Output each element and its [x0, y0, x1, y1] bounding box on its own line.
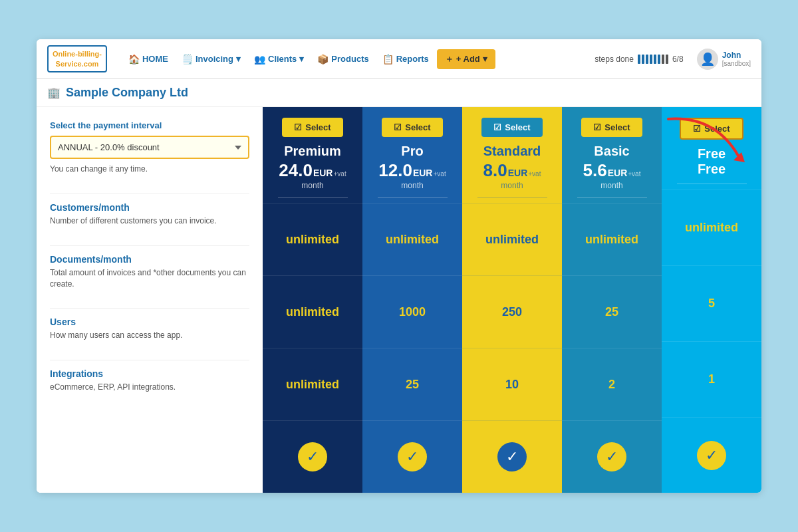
plan-standard-currency: EUR: [508, 168, 528, 178]
plan-pro-currency: EUR: [413, 168, 433, 178]
plan-premium-customers-value: unlimited: [286, 233, 339, 247]
plan-standard-documents-value: 250: [502, 305, 522, 319]
plan-basic-period: month: [600, 181, 622, 190]
plan-standard-price-row: 8.0 EUR +vat: [483, 160, 541, 181]
company-name: Sample Company Ltd: [66, 86, 188, 100]
nav-products[interactable]: 📦 Products: [312, 50, 374, 68]
nav-home[interactable]: 🏠 HOME: [123, 50, 174, 68]
nav: 🏠 HOME 🗒️ Invoicing ▾ 👥 Clients ▾ 📦 Prod…: [123, 49, 584, 69]
avatar: 👤: [697, 49, 718, 70]
plan-basic-customers: unlimited: [562, 203, 662, 275]
select-standard-label: Select: [505, 122, 530, 132]
plan-basic-currency: EUR: [608, 168, 628, 178]
logo-com: .com: [82, 60, 99, 68]
step-bar-3: [646, 55, 648, 64]
feature-users: Users How many users can access the app.: [50, 308, 249, 341]
select-basic-label: Select: [604, 122, 630, 132]
plan-free-documents: 5: [662, 265, 761, 341]
check-icon: ☑: [294, 122, 302, 132]
logo-line1: Online-billing-: [53, 50, 102, 58]
home-icon: 🏠: [128, 54, 140, 65]
payment-interval-label: Select the payment interval: [50, 120, 249, 130]
select-premium-button[interactable]: ☑ Select: [282, 118, 342, 137]
plan-premium-price-row: 24.0 EUR +vat: [279, 160, 346, 181]
products-icon: 📦: [317, 54, 329, 65]
nav-reports-label: Reports: [396, 54, 429, 64]
step-bar-5: [654, 55, 656, 64]
company-bar: 🏢 Sample Company Ltd: [37, 79, 761, 107]
plan-free-customers-value: unlimited: [685, 221, 738, 235]
add-button[interactable]: ＋ + Add ▾: [437, 49, 495, 69]
plan-pro-period: month: [401, 181, 423, 190]
content: Select the payment interval ANNUAL - 20.…: [37, 107, 761, 493]
plan-pro-customers-value: unlimited: [386, 233, 439, 247]
plan-basic-vat: +vat: [628, 170, 640, 178]
select-pro-label: Select: [405, 122, 430, 132]
plan-premium-users: unlimited: [263, 348, 362, 420]
plan-basic: ☑ Select Basic 5.6 EUR +vat month unlimi…: [562, 107, 662, 493]
plan-pro-price-row: 12.0 EUR +vat: [378, 160, 446, 181]
header: Online-billing- Service.com 🏠 HOME 🗒️ In…: [37, 39, 761, 79]
plan-premium-users-value: unlimited: [286, 378, 339, 392]
feature-customers-desc: Number of different customers you can in…: [50, 215, 249, 227]
nav-home-label: HOME: [142, 54, 168, 64]
feature-customers: Customers/month Number of different cust…: [50, 194, 249, 227]
nav-reports[interactable]: 📋 Reports: [377, 50, 434, 68]
plan-basic-users-value: 2: [608, 378, 615, 392]
plan-pro-vat: +vat: [433, 170, 446, 178]
select-standard-button[interactable]: ☑ Select: [481, 118, 542, 137]
change-note: You can change it any time.: [50, 164, 249, 174]
interval-select[interactable]: ANNUAL - 20.0% discount: [50, 136, 249, 159]
clients-icon: 👥: [254, 54, 265, 65]
select-free-label: Select: [704, 124, 730, 134]
steps-bars: [638, 55, 668, 64]
plan-basic-documents: 25: [562, 275, 662, 348]
plan-free-price: Free: [698, 162, 726, 177]
reports-icon: 📋: [382, 54, 394, 65]
main-container: Online-billing- Service.com 🏠 HOME 🗒️ In…: [37, 39, 761, 493]
feature-documents-title: Documents/month: [50, 254, 249, 265]
add-label: + Add: [456, 54, 480, 64]
plan-free-name: Free: [698, 146, 726, 162]
plan-pro-integrations-check: ✓: [398, 442, 427, 471]
feature-integrations: Integrations eCommerce, ERP, API integra…: [50, 360, 249, 393]
step-bar-4: [650, 55, 652, 64]
check-icon: ☑: [593, 122, 601, 132]
plus-icon: ＋: [445, 53, 454, 65]
select-free-button[interactable]: ☑ Select: [680, 118, 743, 140]
nav-clients[interactable]: 👥 Clients ▾: [249, 50, 309, 68]
user-area[interactable]: 👤 John [sandbox]: [697, 49, 751, 70]
plan-free-documents-value: 5: [708, 297, 715, 311]
feature-integrations-title: Integrations: [50, 368, 249, 379]
plan-pro-users: 25: [362, 348, 462, 420]
logo-line2: Service: [56, 60, 82, 68]
plan-pro-price: 12.0: [378, 160, 412, 181]
plan-free-users-value: 1: [708, 372, 715, 386]
plan-premium-price: 24.0: [279, 160, 313, 181]
plan-standard-users-value: 10: [505, 378, 519, 392]
plan-basic-integrations-check: ✓: [597, 442, 626, 471]
nav-invoicing[interactable]: 🗒️ Invoicing ▾: [176, 50, 246, 68]
steps-count: 6/8: [672, 55, 684, 64]
plan-basic-integrations: ✓: [562, 420, 662, 493]
chevron-down-icon: ▾: [299, 54, 304, 64]
plan-pro-customers: unlimited: [362, 203, 462, 275]
plan-premium: ☑ Select Premium 24.0 EUR +vat month unl…: [263, 107, 362, 493]
nav-clients-label: Clients: [268, 54, 297, 64]
left-panel: Select the payment interval ANNUAL - 20.…: [37, 107, 263, 493]
select-basic-button[interactable]: ☑ Select: [581, 118, 642, 137]
plan-standard-customers: unlimited: [462, 203, 562, 275]
invoicing-icon: 🗒️: [182, 54, 193, 65]
select-pro-button[interactable]: ☑ Select: [382, 118, 442, 137]
user-sandbox: [sandbox]: [722, 60, 751, 67]
plans-table: ☑ Select Premium 24.0 EUR +vat month unl…: [263, 107, 761, 493]
logo[interactable]: Online-billing- Service.com: [47, 45, 107, 72]
plan-standard-price: 8.0: [483, 160, 507, 181]
feature-documents: Documents/month Total amount of invoices…: [50, 245, 249, 290]
plan-pro-name: Pro: [401, 144, 423, 159]
plan-premium-currency: EUR: [313, 168, 333, 178]
step-bar-6: [658, 55, 660, 64]
plan-standard-documents: 250: [462, 275, 562, 348]
plan-basic-documents-value: 25: [605, 305, 618, 319]
plan-standard-integrations: ✓: [462, 420, 562, 493]
